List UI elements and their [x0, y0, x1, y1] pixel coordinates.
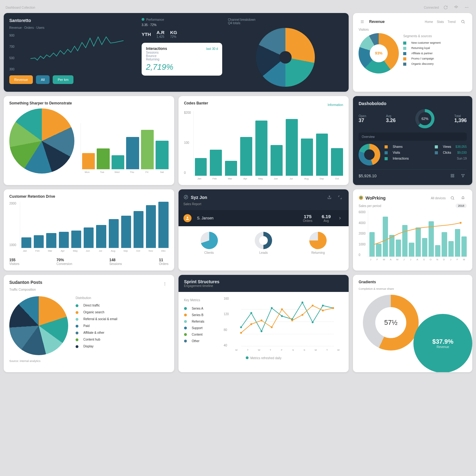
xlabel: Sep [316, 177, 328, 180]
xlabel: T [322, 349, 332, 351]
c7-sub: Engagement timeline [184, 284, 343, 288]
c7-footer: Metrics refreshed daily [250, 356, 282, 360]
legend-item: Organic discovery [411, 61, 434, 67]
legend-item: Affiliate & partner [411, 51, 433, 56]
card-woprking: WoPrking All devices Sales per period 20… [353, 189, 472, 271]
chevron-right-icon[interactable] [336, 214, 344, 222]
r1-title: Revenue [369, 20, 385, 24]
xlabel: Mar [45, 249, 55, 252]
legend-item: Shares [393, 144, 403, 150]
legend-item: Series B [192, 312, 204, 318]
r2-tab[interactable]: Overview [362, 135, 375, 139]
xlabel: F [375, 258, 380, 261]
xlabel: Jun [270, 177, 282, 180]
nav-item[interactable]: Home [425, 20, 433, 24]
refresh-icon[interactable] [442, 4, 449, 11]
xlabel: Fri [140, 171, 153, 174]
svg-point-34 [260, 320, 262, 321]
search-icon[interactable] [449, 194, 456, 202]
metric-l: Sessions [109, 262, 122, 266]
metric-value: 3.35 · 72% [142, 23, 222, 27]
svg-point-16 [164, 284, 165, 284]
appbar-right: Connected [424, 6, 439, 9]
bar [369, 232, 375, 257]
bar [121, 216, 131, 248]
xlabel: Apr [58, 249, 68, 252]
r3-badge[interactable]: 2018 [456, 204, 467, 208]
bar [409, 243, 414, 257]
card-dashobolodo: Dashobolodo Open37 Avg3.26 62% Total1,39… [353, 96, 472, 185]
xlabel: T [266, 349, 275, 351]
legend-item: Content [192, 331, 203, 338]
xlabel: J [401, 258, 407, 261]
grid-icon[interactable] [449, 172, 456, 179]
mini-label: Returning [309, 251, 327, 254]
bar [316, 134, 328, 176]
filter-icon[interactable] [459, 172, 467, 179]
c6-section: Distribution [76, 296, 169, 300]
c3-title: Codes Banter [184, 101, 208, 105]
card-syzjon: Syz Jon Sales Report S. Jansen 175Orders… [178, 189, 349, 271]
more-icon[interactable] [463, 4, 470, 11]
c6-title: Sudanton Posts [9, 280, 42, 285]
yaxis-label: 300 [9, 68, 15, 71]
svg-rect-6 [453, 174, 454, 175]
svg-point-32 [240, 332, 242, 334]
bar [416, 227, 421, 257]
card-demonstrate: Something Sharper to Demonstrate Mon Tue… [4, 96, 174, 185]
c4-title: Customer Retention Drive [9, 194, 169, 199]
menu-icon[interactable] [359, 18, 366, 25]
svg-point-12 [360, 196, 362, 199]
svg-point-4 [461, 20, 464, 23]
svg-point-35 [271, 326, 272, 328]
settings-icon[interactable] [452, 4, 460, 11]
c2-title: Something Sharper to Demonstrate [9, 101, 169, 105]
svg-point-22 [240, 326, 242, 328]
bar [331, 148, 343, 176]
expand-icon[interactable] [336, 194, 344, 201]
yaxis-label: 700 [9, 45, 15, 48]
nav-item[interactable]: Trend [447, 20, 456, 24]
r4-donut: 57½ [363, 295, 419, 350]
r4-circle: $37.9% Revenue [413, 314, 472, 372]
yaxis-label: 40 [224, 344, 229, 347]
xlabel: Mar [224, 177, 236, 180]
card-sudanton: Sudanton Posts Traffic Composition Distr… [4, 275, 174, 372]
btn-all[interactable]: All [36, 75, 50, 84]
legend-item: Other [192, 338, 200, 344]
svg-point-37 [291, 320, 293, 321]
bar [112, 155, 124, 169]
more-icon[interactable] [161, 280, 169, 288]
c7-title: Sprint Structures [184, 279, 343, 284]
btn-revenue[interactable]: Revenue [9, 75, 33, 84]
legend-item: Display [83, 343, 94, 350]
search-icon[interactable] [459, 18, 467, 25]
xlabel: M [461, 258, 467, 261]
xlabel: W [334, 349, 343, 351]
svg-point-13 [451, 196, 453, 199]
c1-title: Santoretto [9, 18, 136, 23]
metric-k: 148 [109, 258, 122, 262]
svg-rect-5 [451, 174, 452, 175]
bar [158, 202, 168, 248]
yaxis-label: 4000 [359, 221, 365, 225]
c3-small[interactable]: Information [328, 103, 343, 107]
xlabel: Feb [209, 177, 221, 180]
legend-item: Promo / campaign [411, 56, 434, 61]
metric-value: 72% [170, 35, 177, 38]
subcard-item: Sessions [146, 51, 218, 54]
xlabel: M [381, 258, 387, 261]
r3-bars [368, 210, 467, 257]
r4-title: Gradients [359, 280, 467, 284]
share-icon[interactable] [326, 194, 333, 201]
yaxis-label: 2000 [359, 232, 365, 235]
svg-point-41 [332, 307, 334, 309]
nav-item[interactable]: Stats [437, 20, 444, 24]
c1-metric-label: Performance [146, 18, 164, 21]
xlabel: J [368, 258, 373, 261]
r2-title: Dashobolodo [359, 101, 467, 106]
btn-perkm[interactable]: Per km [53, 75, 73, 84]
bell-icon[interactable] [459, 194, 467, 202]
c1-subtitle: Revenue · Orders · Users [9, 26, 136, 29]
bar [46, 233, 56, 248]
